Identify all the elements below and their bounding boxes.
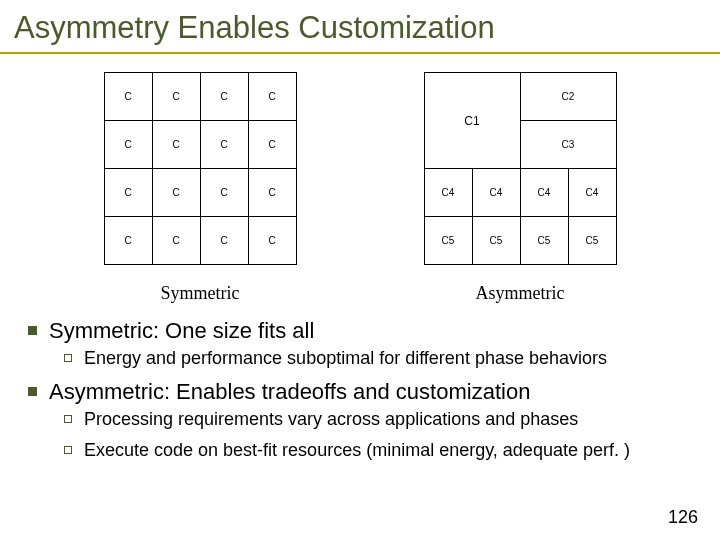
asym-c3: C3 — [520, 121, 616, 169]
title-rule — [0, 52, 720, 54]
bullet-level2: Processing requirements vary across appl… — [64, 409, 692, 430]
sym-cell: C — [104, 73, 152, 121]
sym-cell: C — [152, 217, 200, 265]
page-number: 126 — [668, 507, 698, 528]
sym-cell: C — [200, 121, 248, 169]
bullet-list: Symmetric: One size fits all Energy and … — [0, 304, 720, 461]
bullet-text: Energy and performance suboptimal for di… — [84, 348, 607, 369]
sym-cell: C — [248, 73, 296, 121]
sym-cell: C — [152, 121, 200, 169]
bullet-text: Asymmetric: Enables tradeoffs and custom… — [49, 379, 530, 405]
sym-cell: C — [104, 121, 152, 169]
sym-cell: C — [152, 169, 200, 217]
sym-cell: C — [248, 217, 296, 265]
bullet-hollow-square-icon — [64, 446, 72, 454]
bullet-text: Symmetric: One size fits all — [49, 318, 314, 344]
symmetric-caption: Symmetric — [104, 283, 297, 304]
sym-cell: C — [200, 73, 248, 121]
bullet-hollow-square-icon — [64, 354, 72, 362]
sym-cell: C — [248, 169, 296, 217]
sym-cell: C — [200, 217, 248, 265]
bullet-text: Execute code on best-fit resources (mini… — [84, 440, 630, 461]
bullet-hollow-square-icon — [64, 415, 72, 423]
asymmetric-grid: C1 C2 C3 C4 C4 C4 C4 C5 C5 C5 C5 — [424, 72, 617, 265]
sym-cell: C — [248, 121, 296, 169]
asym-c5: C5 — [568, 217, 616, 265]
symmetric-grid: C C C C C C C C C C C C C C C C — [104, 72, 297, 265]
asym-c4: C4 — [520, 169, 568, 217]
sym-cell: C — [152, 73, 200, 121]
sym-cell: C — [104, 169, 152, 217]
asym-c1: C1 — [424, 73, 520, 169]
asym-c5: C5 — [520, 217, 568, 265]
symmetric-block: C C C C C C C C C C C C C C C C — [104, 72, 297, 304]
bullet-level2: Execute code on best-fit resources (mini… — [64, 440, 692, 461]
asym-c4: C4 — [424, 169, 472, 217]
bullet-level2: Energy and performance suboptimal for di… — [64, 348, 692, 369]
asym-c4: C4 — [472, 169, 520, 217]
asymmetric-caption: Asymmetric — [424, 283, 617, 304]
sym-cell: C — [104, 217, 152, 265]
bullet-square-icon — [28, 326, 37, 335]
grid-row: C C C C C C C C C C C C C C C C — [0, 72, 720, 304]
bullet-level1: Symmetric: One size fits all — [28, 318, 692, 344]
bullet-level1: Asymmetric: Enables tradeoffs and custom… — [28, 379, 692, 405]
asymmetric-block: C1 C2 C3 C4 C4 C4 C4 C5 C5 C5 C5 Asymmet… — [424, 72, 617, 304]
asym-c5: C5 — [424, 217, 472, 265]
asym-c4: C4 — [568, 169, 616, 217]
bullet-text: Processing requirements vary across appl… — [84, 409, 578, 430]
sym-cell: C — [200, 169, 248, 217]
asym-c5: C5 — [472, 217, 520, 265]
slide-title: Asymmetry Enables Customization — [0, 0, 720, 52]
bullet-square-icon — [28, 387, 37, 396]
asym-c2: C2 — [520, 73, 616, 121]
